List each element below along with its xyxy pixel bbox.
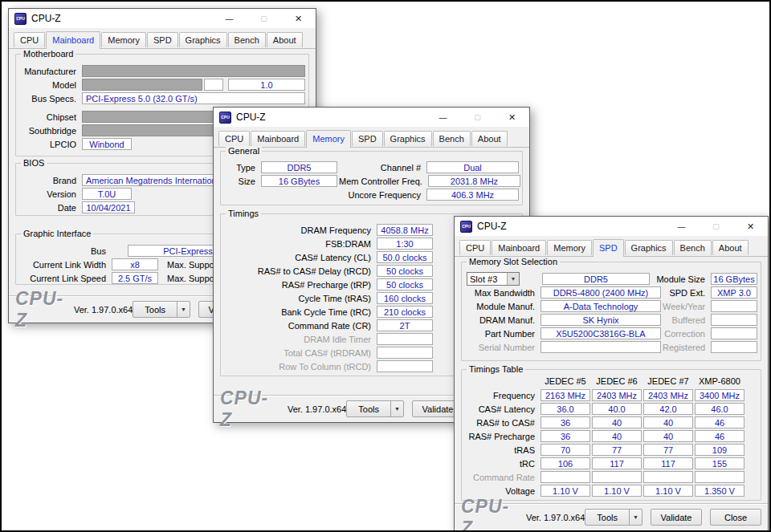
spd-table-header-row: JEDEC #5 JEDEC #6 JEDEC #7 XMP-6800	[465, 375, 757, 387]
chevron-down-icon[interactable]: ▼	[629, 510, 642, 525]
chevron-down-icon[interactable]: ▼	[177, 302, 190, 317]
tab-about[interactable]: About	[267, 32, 303, 47]
tab-spd[interactable]: SPD	[352, 131, 383, 146]
spd-cell	[695, 471, 744, 483]
spd-cell: 1.10 V	[592, 485, 642, 497]
tab-graphics[interactable]: Graphics	[625, 240, 673, 255]
spd-cell: 1.10 V	[541, 485, 590, 497]
desktop: CPU CPU-Z — ▢ ✕ CPU Mainboard Memory SPD…	[0, 0, 771, 532]
part-number-row: Part Number X5U5200C3816G-BLA Correction	[465, 327, 757, 339]
tab-about[interactable]: About	[471, 131, 508, 146]
spd-table: JEDEC #5 JEDEC #6 JEDEC #7 XMP-6800 Freq…	[462, 370, 761, 497]
spd-cell: 40	[592, 430, 642, 442]
spd-cell: 77	[592, 444, 642, 456]
minimize-button[interactable]: —	[426, 108, 460, 127]
correction-field	[711, 327, 757, 339]
tab-bench[interactable]: Bench	[433, 131, 471, 146]
tras-field: 160 clocks	[377, 292, 433, 304]
serial-number-field	[541, 341, 661, 353]
tab-memory[interactable]: Memory	[547, 240, 592, 255]
timings-table-group: Timings Table JEDEC #5 JEDEC #6 JEDEC #7…	[461, 369, 761, 501]
tab-memory[interactable]: Memory	[306, 130, 351, 148]
cpuz-logo: CPU-Z	[220, 388, 278, 431]
tab-strip: CPU Mainboard Memory SPD Graphics Bench …	[214, 127, 529, 148]
tab-cpu[interactable]: CPU	[218, 131, 250, 146]
uncore-frequency-field: 406.3 MHz	[426, 189, 519, 201]
maximize-button[interactable]: ▢	[460, 108, 495, 127]
lpcio-field: Winbond	[82, 138, 132, 150]
chevron-down-icon[interactable]: ▼	[507, 273, 519, 285]
minimize-button[interactable]: —	[664, 217, 699, 236]
max-bandwidth-row: Max Bandwidth DDR5-4800 (2400 MHz) SPD E…	[465, 286, 757, 298]
uncore-row: Uncore Frequency 406.3 MHz	[224, 189, 519, 201]
spd-cell: 117	[592, 457, 642, 469]
cpuz-app-icon: CPU	[460, 221, 472, 233]
version-text: Ver. 1.97.0.x64	[74, 305, 133, 315]
spd-table-row: RAS# Precharge 36 40 40 46	[465, 430, 757, 442]
tools-button[interactable]: Tools ▼	[585, 509, 642, 526]
close-window-button[interactable]: ✕	[733, 217, 768, 236]
memory-size-field: 16 GBytes	[261, 175, 337, 187]
close-button[interactable]: Close	[710, 509, 761, 526]
link-width-field: x8	[112, 258, 158, 270]
tools-button[interactable]: Tools ▼	[346, 400, 404, 417]
spd-cell	[592, 471, 642, 483]
model-field	[82, 79, 202, 91]
close-window-button[interactable]: ✕	[495, 108, 529, 127]
spd-cell: 3400 MHz	[695, 389, 744, 401]
module-manuf-row: Module Manuf. A-Data Technology Week/Yea…	[465, 300, 757, 312]
close-window-button[interactable]: ✕	[281, 9, 316, 28]
mem-controller-freq-field: 2031.8 MHz	[428, 175, 520, 187]
tools-button[interactable]: Tools ▼	[133, 301, 190, 318]
memory-slot-selection-group: Memory Slot Selection Slot #3 ▼ DDR5 Mod…	[461, 262, 761, 361]
group-title: Memory Slot Selection	[467, 257, 560, 266]
trc-field: 210 clocks	[377, 306, 433, 318]
minimize-button[interactable]: —	[212, 9, 247, 28]
spd-cell: 42.0	[643, 403, 693, 415]
tab-mainboard[interactable]: Mainboard	[46, 31, 100, 49]
spd-cell: 2403 MHz	[592, 389, 642, 401]
spd-cell: 36	[541, 416, 590, 428]
tab-mainboard[interactable]: Mainboard	[492, 240, 546, 255]
tab-mainboard[interactable]: Mainboard	[251, 131, 305, 146]
validate-button[interactable]: Validate	[651, 509, 702, 526]
tab-cpu[interactable]: CPU	[14, 32, 45, 47]
bus-specs-row: Bus Specs. PCI-Express 5.0 (32.0 GT/s)	[19, 92, 305, 104]
spd-cell: 155	[695, 457, 744, 469]
memory-slot-select[interactable]: Slot #3 ▼	[467, 272, 520, 286]
max-bandwidth-field: DDR5-4800 (2400 MHz)	[541, 286, 661, 298]
spd-cell: 36	[541, 430, 590, 442]
tab-about[interactable]: About	[712, 240, 749, 255]
tab-cpu[interactable]: CPU	[459, 240, 491, 255]
spd-table-row: CAS# Latency 36.0 40.0 42.0 46.0	[465, 403, 757, 415]
slot-row: Slot #3 ▼ DDR5 Module Size 16 GBytes	[465, 273, 757, 285]
spd-cell: 77	[643, 444, 693, 456]
tab-memory[interactable]: Memory	[101, 32, 146, 47]
manufacturer-field	[82, 65, 305, 77]
dram-manuf-field: SK Hynix	[541, 314, 661, 326]
tab-bench[interactable]: Bench	[674, 240, 712, 255]
tab-bench[interactable]: Bench	[228, 32, 266, 47]
dram-frequency-field: 4058.8 MHz	[377, 224, 433, 236]
tab-graphics[interactable]: Graphics	[179, 32, 227, 47]
spd-col-header: JEDEC #5	[541, 376, 590, 386]
tab-spd[interactable]: SPD	[147, 32, 178, 47]
row-to-column-field	[377, 360, 433, 372]
chevron-down-icon[interactable]: ▼	[390, 401, 403, 416]
spd-cell: 106	[541, 457, 590, 469]
tab-spd[interactable]: SPD	[593, 239, 624, 257]
maximize-button[interactable]: ▢	[247, 9, 281, 28]
titlebar[interactable]: CPU CPU-Z — ▢ ✕	[9, 9, 316, 28]
channel-field: Dual	[426, 161, 519, 173]
trcd-field: 50 clocks	[377, 265, 433, 277]
titlebar[interactable]: CPU CPU-Z — ▢ ✕	[455, 217, 768, 236]
bus-specs-field: PCI-Express 5.0 (32.0 GT/s)	[82, 92, 305, 104]
fsb-dram-field: 1:30	[377, 238, 433, 250]
maximize-button[interactable]: ▢	[699, 217, 733, 236]
trdram-field	[377, 347, 433, 359]
week-year-field	[711, 300, 757, 312]
model-row: Model 1.0	[19, 79, 305, 91]
spd-cell: 46.0	[695, 403, 744, 415]
tab-graphics[interactable]: Graphics	[384, 131, 432, 146]
titlebar[interactable]: CPU CPU-Z — ▢ ✕	[214, 108, 529, 127]
